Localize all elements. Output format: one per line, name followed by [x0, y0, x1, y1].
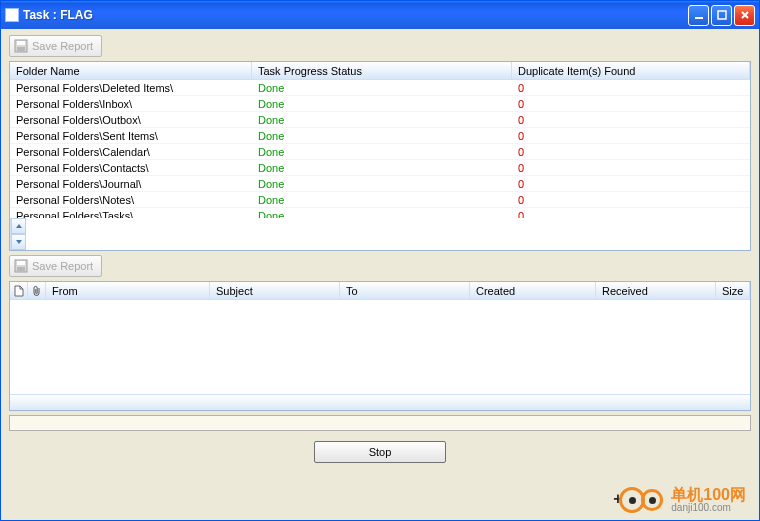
cell-status: Done: [252, 98, 512, 110]
cell-duplicates: 0: [512, 194, 750, 206]
svg-rect-7: [17, 261, 25, 265]
svg-rect-4: [17, 41, 25, 45]
cell-status: Done: [252, 162, 512, 174]
table-row[interactable]: Personal Folders\Tasks\Done0: [10, 208, 750, 218]
cell-duplicates: 0: [512, 178, 750, 190]
titlebar[interactable]: Task : FLAG: [1, 1, 759, 29]
cell-status: Done: [252, 210, 512, 219]
header-duplicates[interactable]: Duplicate Item(s) Found: [512, 62, 750, 79]
table-row[interactable]: Personal Folders\Notes\Done0: [10, 192, 750, 208]
cell-status: Done: [252, 114, 512, 126]
header-to[interactable]: To: [340, 282, 470, 299]
svg-rect-6: [17, 267, 25, 271]
cell-folder: Personal Folders\Sent Items\: [10, 130, 252, 142]
items-table-body: [10, 300, 750, 394]
items-table-header: From Subject To Created Received Size: [10, 282, 750, 300]
svg-rect-1: [718, 11, 726, 19]
cell-folder: Personal Folders\Calendar\: [10, 146, 252, 158]
cell-folder: Personal Folders\Outbox\: [10, 114, 252, 126]
cell-folder: Personal Folders\Contacts\: [10, 162, 252, 174]
cell-status: Done: [252, 194, 512, 206]
client-area: Save Report Folder Name Task Progress St…: [1, 29, 759, 520]
task-table-panel: Folder Name Task Progress Status Duplica…: [9, 61, 751, 251]
header-received[interactable]: Received: [596, 282, 716, 299]
task-scrollbar[interactable]: [10, 218, 26, 250]
minimize-button[interactable]: [688, 5, 709, 26]
save-report-button-mid[interactable]: Save Report: [9, 255, 102, 277]
table-row[interactable]: Personal Folders\Outbox\Done0: [10, 112, 750, 128]
cell-duplicates: 0: [512, 98, 750, 110]
header-attachment-icon[interactable]: [28, 282, 46, 299]
cell-folder: Personal Folders\Inbox\: [10, 98, 252, 110]
table-row[interactable]: Personal Folders\Journal\Done0: [10, 176, 750, 192]
save-report-label: Save Report: [32, 260, 93, 272]
cell-status: Done: [252, 130, 512, 142]
table-row[interactable]: Personal Folders\Calendar\Done0: [10, 144, 750, 160]
toolbar-mid: Save Report: [9, 255, 751, 277]
save-report-label: Save Report: [32, 40, 93, 52]
progress-bar: [9, 415, 751, 431]
cell-folder: Personal Folders\Tasks\: [10, 210, 252, 219]
close-button[interactable]: [734, 5, 755, 26]
maximize-button[interactable]: [711, 5, 732, 26]
page-icon: [14, 285, 24, 297]
table-row[interactable]: Personal Folders\Contacts\Done0: [10, 160, 750, 176]
cell-duplicates: 0: [512, 130, 750, 142]
cell-folder: Personal Folders\Journal\: [10, 178, 252, 190]
paperclip-icon: [32, 285, 42, 297]
cell-folder: Personal Folders\Deleted Items\: [10, 82, 252, 94]
cell-status: Done: [252, 146, 512, 158]
task-table: Folder Name Task Progress Status Duplica…: [10, 62, 750, 218]
header-from[interactable]: From: [46, 282, 210, 299]
toolbar-top: Save Report: [9, 35, 751, 57]
header-created[interactable]: Created: [470, 282, 596, 299]
scroll-down-button[interactable]: [11, 234, 26, 250]
header-subject[interactable]: Subject: [210, 282, 340, 299]
items-table-panel: From Subject To Created Received Size: [9, 281, 751, 411]
header-type-icon[interactable]: [10, 282, 28, 299]
window-controls: [688, 5, 755, 26]
svg-rect-0: [695, 17, 703, 19]
cell-duplicates: 0: [512, 114, 750, 126]
header-size[interactable]: Size: [716, 282, 750, 299]
cell-status: Done: [252, 178, 512, 190]
save-icon: [14, 259, 28, 273]
action-row: Stop: [9, 435, 751, 463]
task-table-body: Personal Folders\Deleted Items\Done0Pers…: [10, 80, 750, 218]
table-row[interactable]: Personal Folders\Deleted Items\Done0: [10, 80, 750, 96]
cell-status: Done: [252, 82, 512, 94]
save-icon: [14, 39, 28, 53]
task-table-header: Folder Name Task Progress Status Duplica…: [10, 62, 750, 80]
cell-duplicates: 0: [512, 146, 750, 158]
cell-folder: Personal Folders\Notes\: [10, 194, 252, 206]
table-row[interactable]: Personal Folders\Sent Items\Done0: [10, 128, 750, 144]
header-folder-name[interactable]: Folder Name: [10, 62, 252, 79]
header-task-status[interactable]: Task Progress Status: [252, 62, 512, 79]
cell-duplicates: 0: [512, 82, 750, 94]
items-table-footer: [10, 394, 750, 410]
window: Task : FLAG Save Report: [0, 0, 760, 521]
save-report-button-top[interactable]: Save Report: [9, 35, 102, 57]
window-title: Task : FLAG: [23, 8, 688, 22]
stop-button[interactable]: Stop: [314, 441, 446, 463]
app-icon: [5, 8, 19, 22]
cell-duplicates: 0: [512, 162, 750, 174]
svg-rect-3: [17, 47, 25, 51]
table-row[interactable]: Personal Folders\Inbox\Done0: [10, 96, 750, 112]
cell-duplicates: 0: [512, 210, 750, 219]
scroll-up-button[interactable]: [11, 218, 26, 234]
